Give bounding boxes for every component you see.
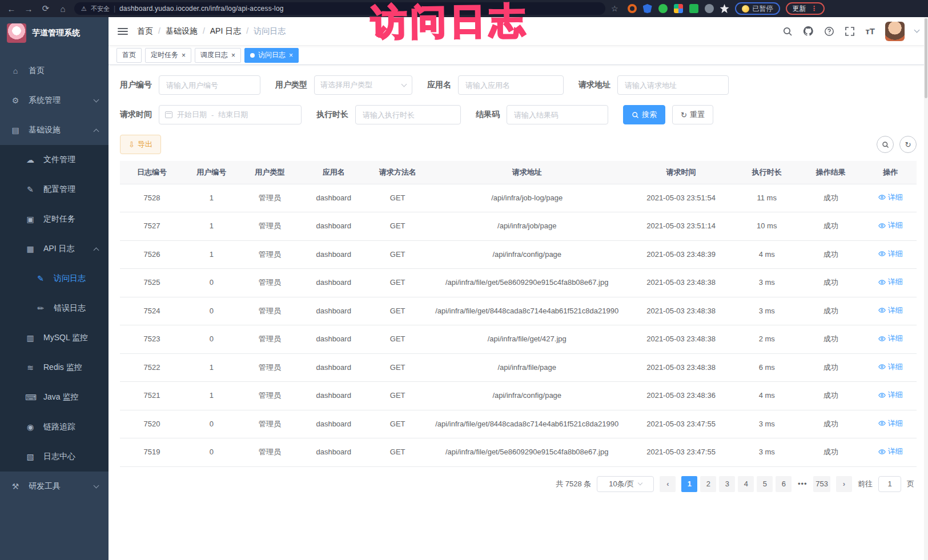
breadcrumb-item[interactable]: 访问日志 <box>254 26 286 37</box>
close-icon[interactable]: × <box>231 52 235 59</box>
sidebar-item-log-center[interactable]: ▧ 日志中心 <box>0 442 109 472</box>
sidebar-item-config[interactable]: ✎ 配置管理 <box>0 175 109 204</box>
sidebar-item-file[interactable]: ☁ 文件管理 <box>0 145 109 175</box>
extension-icon[interactable] <box>658 4 668 13</box>
date-range-picker[interactable]: 开始日期 - 结束日期 <box>159 105 302 124</box>
app-logo[interactable]: 芋道管理系统 <box>0 17 109 49</box>
extension-icon[interactable] <box>628 4 637 13</box>
user-avatar[interactable] <box>885 22 905 41</box>
browser-reload-icon[interactable]: ⟳ <box>40 3 51 14</box>
browser-forward-icon[interactable]: → <box>23 4 34 14</box>
app-name-input[interactable] <box>458 75 564 95</box>
extension-icon[interactable] <box>674 4 683 13</box>
page-tab[interactable]: 访问日志 × <box>244 48 299 63</box>
toggle-search-button[interactable] <box>877 136 894 153</box>
duration-cell: 3 ms <box>736 297 797 325</box>
refresh-button[interactable]: ↻ <box>899 136 917 153</box>
breadcrumb-item[interactable]: 基础设施 <box>166 26 205 37</box>
sidebar-item-job[interactable]: ▣ 定时任务 <box>0 204 109 234</box>
sidebar-item-system[interactable]: ⚙ 系统管理 <box>0 86 109 115</box>
request-url-input[interactable] <box>617 75 729 95</box>
breadcrumb-item[interactable]: 首页 <box>137 26 160 37</box>
view-icon <box>878 279 886 286</box>
prev-page-button[interactable]: ‹ <box>660 476 676 492</box>
caret-down-icon[interactable] <box>914 27 920 33</box>
scrollbar-thumb[interactable] <box>925 18 927 98</box>
page-number-button[interactable]: 5 <box>757 476 773 492</box>
browser-back-icon[interactable]: ← <box>6 4 17 14</box>
goto-page-input[interactable] <box>878 476 901 492</box>
font-size-icon[interactable]: ᴛT <box>865 26 875 36</box>
user-type-select[interactable]: 请选择用户类型 <box>314 75 412 95</box>
update-button[interactable]: 更新 ⋮ <box>786 2 825 15</box>
detail-link[interactable]: 详细 <box>878 446 903 457</box>
detail-link[interactable]: 详细 <box>878 192 903 203</box>
duration-input[interactable] <box>355 105 461 124</box>
log-id-cell: 7527 <box>120 212 184 241</box>
request-url-cell: /api/infra/file/get/8448cada8c714e4ab61f… <box>428 410 626 438</box>
search-button[interactable]: 搜索 <box>623 105 665 124</box>
page-number-button[interactable]: 1 <box>681 476 697 492</box>
column-header: 请求时间 <box>626 161 736 184</box>
result-cell: 成功 <box>797 184 864 212</box>
sidebar-item-home[interactable]: ⌂ 首页 <box>0 56 109 86</box>
breadcrumb-item[interactable]: API 日志 <box>210 26 248 37</box>
bookmark-star-icon[interactable]: ☆ <box>611 4 618 13</box>
detail-link[interactable]: 详细 <box>878 305 903 316</box>
chevron-down-icon <box>401 82 407 87</box>
close-icon[interactable]: × <box>182 52 186 59</box>
page-tab[interactable]: 首页 × <box>116 48 142 63</box>
sidebar-item-mysql[interactable]: ▥ MySQL 监控 <box>0 323 109 353</box>
sidebar-item-trace[interactable]: ◉ 链路追踪 <box>0 412 109 442</box>
detail-link[interactable]: 详细 <box>878 277 903 287</box>
detail-link[interactable]: 详细 <box>878 249 903 259</box>
page-number-button[interactable]: 4 <box>738 476 754 492</box>
page-number-button[interactable]: 6 <box>776 476 792 492</box>
scrollbar[interactable] <box>924 17 928 560</box>
sidebar-item-api-log[interactable]: ▦ API 日志 <box>0 234 109 264</box>
reset-button[interactable]: ↻ 重置 <box>672 105 713 124</box>
sidebar-item-devtools[interactable]: ⚒ 研发工具 <box>0 472 109 501</box>
page-number-button[interactable]: ••• <box>794 476 810 492</box>
search-icon[interactable] <box>782 26 793 37</box>
sidebar-item-infra[interactable]: ▤ 基础设施 <box>0 115 109 145</box>
extension-icon[interactable] <box>689 4 698 13</box>
hamburger-icon[interactable] <box>118 28 128 35</box>
url-bar[interactable]: ⚠ 不安全 | dashboard.yudao.iocoder.cn/infra… <box>74 2 605 15</box>
extension-icon[interactable] <box>705 4 714 13</box>
page-size-select[interactable]: 10条/页 <box>597 476 654 492</box>
browser-home-icon[interactable]: ⌂ <box>57 4 69 14</box>
page-number-button[interactable]: 753 <box>813 476 830 492</box>
browser-menu-icon[interactable]: ⋮ <box>811 5 818 13</box>
request-time-cell: 2021-05-03 23:47:55 <box>626 438 736 467</box>
detail-link[interactable]: 详细 <box>878 418 903 429</box>
paused-badge[interactable]: 已暂停 <box>735 2 780 15</box>
page-number-button[interactable]: 3 <box>719 476 735 492</box>
config-edit-icon: ✎ <box>25 185 35 194</box>
close-icon[interactable]: × <box>289 52 293 59</box>
result-code-input[interactable] <box>507 105 608 124</box>
user-type-cell: 管理员 <box>239 438 300 467</box>
sidebar-item-java[interactable]: ⌨ Java 监控 <box>0 382 109 412</box>
tab-bar: 首页 × 定时任务 × 调度日志 × 访问日志 × <box>109 46 928 65</box>
request-url-cell: /api/infra/file/page <box>428 353 626 382</box>
detail-link[interactable]: 详细 <box>878 333 903 344</box>
next-page-button[interactable]: › <box>836 476 852 492</box>
fullscreen-icon[interactable] <box>845 26 855 37</box>
sidebar-item-redis[interactable]: ≋ Redis 监控 <box>0 353 109 382</box>
sidebar-item-error-log[interactable]: ✏ 错误日志 <box>0 293 109 323</box>
user-id-input[interactable] <box>159 75 260 95</box>
detail-link[interactable]: 详细 <box>878 362 903 372</box>
extension-icon[interactable] <box>720 4 729 13</box>
github-icon[interactable] <box>803 26 814 37</box>
sidebar-item-access-log[interactable]: ✎ 访问日志 <box>0 264 109 293</box>
export-button[interactable]: ⇩ 导出 <box>120 135 161 154</box>
help-icon[interactable] <box>824 26 834 37</box>
extension-icon[interactable] <box>643 4 652 13</box>
page-tab[interactable]: 调度日志 × <box>195 48 241 63</box>
detail-link[interactable]: 详细 <box>878 220 903 231</box>
page-number-button[interactable]: 2 <box>700 476 716 492</box>
request-url-cell: /api/infra/file/get/5e8609290e915c4fa8b0… <box>428 269 626 297</box>
detail-link[interactable]: 详细 <box>878 390 903 400</box>
page-tab[interactable]: 定时任务 × <box>145 48 191 63</box>
